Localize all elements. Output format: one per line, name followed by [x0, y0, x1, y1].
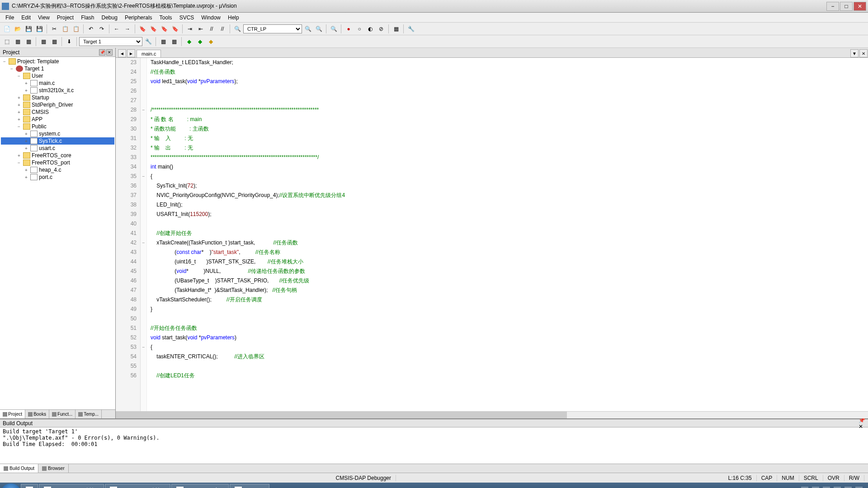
- batch-build-button[interactable]: ▦: [38, 37, 48, 47]
- menu-file[interactable]: File: [2, 14, 18, 22]
- tree-node[interactable]: +heap_4.c: [1, 166, 114, 174]
- pack-installer-button[interactable]: ◆: [184, 37, 194, 47]
- download-button[interactable]: ⬇: [64, 37, 74, 47]
- start-button[interactable]: ⊞: [2, 483, 20, 488]
- breakpoint-button[interactable]: ●: [344, 24, 354, 34]
- tree-node[interactable]: +APP: [1, 116, 114, 123]
- select-packs-button[interactable]: ◆: [206, 37, 216, 47]
- manage-button[interactable]: ▦: [169, 37, 179, 47]
- cut-button[interactable]: ✂: [49, 24, 59, 34]
- fold-toggle[interactable]: −: [141, 238, 146, 248]
- panel-tab[interactable]: Funct...: [49, 410, 75, 418]
- comment-button[interactable]: //: [207, 24, 217, 34]
- file-ext-button[interactable]: ▦: [158, 37, 168, 47]
- tree-node[interactable]: +SysTick.c: [1, 137, 114, 145]
- tree-node[interactable]: +stm32f10x_it.c: [1, 87, 114, 94]
- tree-node[interactable]: +usart.c: [1, 145, 114, 152]
- bookmark-prev-button[interactable]: 🔖: [148, 24, 158, 34]
- incremental-find-button[interactable]: 🔍: [314, 24, 324, 34]
- fold-column[interactable]: −−−−: [141, 58, 147, 411]
- rte-button[interactable]: ◆: [195, 37, 205, 47]
- tree-toggle-icon[interactable]: −: [2, 59, 7, 64]
- breakpoint-kill-button[interactable]: ⊘: [376, 24, 386, 34]
- build-close-button[interactable]: ✕: [859, 423, 865, 430]
- tab-close[interactable]: ✕: [859, 49, 868, 57]
- breakpoint-enable-button[interactable]: ○: [354, 24, 364, 34]
- indent-button[interactable]: ⇥: [185, 24, 195, 34]
- tree-node[interactable]: −Target 1: [1, 65, 114, 72]
- fold-toggle[interactable]: −: [141, 172, 146, 181]
- tree-toggle-icon[interactable]: +: [24, 88, 29, 93]
- code-editor[interactable]: 2324252627282930313233343536373839404142…: [116, 58, 868, 411]
- menu-help[interactable]: Help: [224, 14, 243, 22]
- nav-back-button[interactable]: ←: [112, 24, 122, 34]
- taskbar-item[interactable]: 2-FreeRTOS移植...: [105, 484, 170, 488]
- tree-toggle-icon[interactable]: −: [16, 124, 22, 129]
- options-button[interactable]: 🔧: [143, 37, 153, 47]
- menu-view[interactable]: View: [34, 14, 53, 22]
- tree-toggle-icon[interactable]: +: [16, 95, 22, 100]
- tree-toggle-icon[interactable]: −: [16, 160, 22, 165]
- panel-close-button[interactable]: ✕: [106, 49, 113, 56]
- save-all-button[interactable]: 💾: [34, 24, 44, 34]
- menu-debug[interactable]: Debug: [98, 14, 121, 22]
- build-output-text[interactable]: Build target 'Target 1' ".\Obj\Template.…: [0, 427, 868, 464]
- minimize-button[interactable]: −: [826, 2, 839, 11]
- undo-button[interactable]: ↶: [86, 24, 96, 34]
- build-tab[interactable]: Browser: [38, 464, 69, 473]
- maximize-button[interactable]: □: [840, 2, 853, 11]
- rebuild-button[interactable]: ▦: [24, 37, 33, 47]
- stop-build-button[interactable]: ▦: [49, 37, 59, 47]
- tree-node[interactable]: +main.c: [1, 80, 114, 87]
- open-button[interactable]: 📂: [13, 24, 23, 34]
- menu-window[interactable]: Window: [198, 14, 224, 22]
- menu-flash[interactable]: Flash: [77, 14, 98, 22]
- close-button[interactable]: ✕: [854, 2, 866, 11]
- target-select[interactable]: Target 1: [79, 37, 142, 46]
- tree-toggle-icon[interactable]: −: [9, 66, 14, 71]
- window-button[interactable]: ▦: [391, 24, 401, 34]
- code-content[interactable]: TaskHandle_t LED1Task_Handler;//任务函数void…: [147, 58, 868, 411]
- taskbar-item[interactable]: Pointofix: [230, 484, 269, 488]
- redo-button[interactable]: ↷: [97, 24, 107, 34]
- tree-node[interactable]: +CMSIS: [1, 108, 114, 116]
- tree-toggle-icon[interactable]: +: [16, 103, 22, 108]
- translate-button[interactable]: ⬚: [2, 37, 12, 47]
- paste-button[interactable]: 📋: [71, 24, 81, 34]
- copy-button[interactable]: 📋: [60, 24, 70, 34]
- tree-toggle-icon[interactable]: +: [24, 146, 29, 151]
- tree-toggle-icon[interactable]: +: [24, 131, 29, 136]
- bookmark-clear-button[interactable]: 🔖: [170, 24, 180, 34]
- menu-svcs[interactable]: SVCS: [176, 14, 198, 22]
- uncomment-button[interactable]: //: [217, 24, 227, 34]
- tree-toggle-icon[interactable]: +: [16, 153, 22, 158]
- tree-toggle-icon[interactable]: +: [24, 139, 29, 144]
- find-combo[interactable]: CTR_LP: [243, 24, 302, 33]
- tab-nav-prev[interactable]: ◄: [118, 49, 126, 57]
- tree-node[interactable]: +port.c: [1, 174, 114, 181]
- breakpoint-disable-button[interactable]: ◐: [365, 24, 375, 34]
- build-tab[interactable]: Build Output: [0, 464, 38, 473]
- save-button[interactable]: 💾: [24, 24, 33, 34]
- taskbar-item[interactable]: C:\MRYZ\4-实...: [171, 484, 229, 488]
- tree-toggle-icon[interactable]: +: [16, 117, 22, 122]
- bookmark-button[interactable]: 🔖: [137, 24, 147, 34]
- tree-toggle-icon[interactable]: +: [24, 168, 29, 173]
- tree-root[interactable]: − Project: Template: [1, 58, 114, 65]
- tree-toggle-icon[interactable]: +: [24, 175, 29, 180]
- menu-project[interactable]: Project: [53, 14, 77, 22]
- tab-nav-next[interactable]: ►: [127, 49, 135, 57]
- tree-toggle-icon[interactable]: −: [16, 74, 22, 79]
- fold-toggle[interactable]: −: [141, 343, 146, 352]
- menu-peripherals[interactable]: Peripherals: [121, 14, 156, 22]
- panel-tab[interactable]: Temp...: [75, 410, 102, 418]
- outdent-button[interactable]: ⇤: [196, 24, 206, 34]
- fold-toggle[interactable]: −: [141, 105, 146, 115]
- editor-hscroll[interactable]: [116, 411, 868, 418]
- tree-node[interactable]: +system.c: [1, 130, 114, 137]
- build-button[interactable]: ▦: [13, 37, 23, 47]
- tree-toggle-icon[interactable]: +: [24, 81, 29, 86]
- panel-tab[interactable]: Project: [0, 410, 25, 418]
- configure-button[interactable]: 🔧: [406, 24, 416, 34]
- nav-fwd-button[interactable]: →: [123, 24, 132, 34]
